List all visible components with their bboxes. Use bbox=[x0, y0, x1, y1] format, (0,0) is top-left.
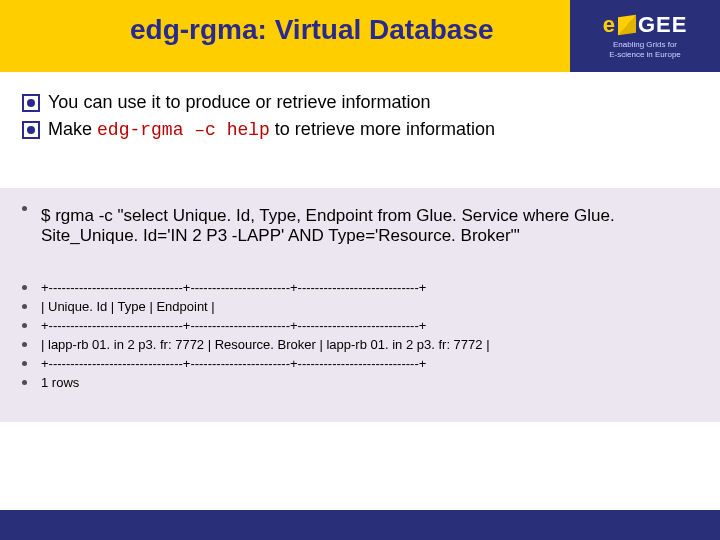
dot-bullet-icon bbox=[22, 361, 27, 366]
command-row: $ rgma -c "select Unique. Id, Type, Endp… bbox=[22, 206, 698, 246]
logo-cube-icon bbox=[618, 15, 636, 36]
table-headers: | Unique. Id | Type | Endpoint | bbox=[22, 299, 698, 314]
table-output: +-------------------------------+-------… bbox=[22, 280, 698, 390]
bullet-1: You can use it to produce or retrieve in… bbox=[22, 92, 698, 113]
table-row-1-text: | lapp-rb 01. in 2 p3. fr: 7772 | Resour… bbox=[41, 337, 490, 352]
dot-bullet-icon bbox=[22, 285, 27, 290]
logo-sub-line1: Enabling Grids for bbox=[613, 40, 677, 49]
logo-text: e GEE bbox=[603, 12, 688, 38]
dot-bullet-icon bbox=[22, 323, 27, 328]
grey-block: $ rgma -c "select Unique. Id, Type, Endp… bbox=[0, 188, 720, 422]
body-upper: You can use it to produce or retrieve in… bbox=[0, 72, 720, 150]
logo-subtitle: Enabling Grids for E-science in Europe bbox=[609, 40, 681, 59]
bullet-1-text: You can use it to produce or retrieve in… bbox=[48, 92, 431, 113]
table-sep-mid: +-------------------------------+-------… bbox=[22, 318, 698, 333]
table-sep-top: +-------------------------------+-------… bbox=[22, 280, 698, 295]
bullet-2-tail: to retrieve more information bbox=[270, 119, 495, 139]
table-headers-text: | Unique. Id | Type | Endpoint | bbox=[41, 299, 215, 314]
logo-letters: GEE bbox=[638, 12, 687, 38]
bullet-2-text: Make edg-rgma –c help to retrieve more i… bbox=[48, 119, 495, 140]
bullet-2: Make edg-rgma –c help to retrieve more i… bbox=[22, 119, 698, 140]
slide-title: edg-rgma: Virtual Database bbox=[0, 0, 494, 46]
dot-bullet-icon bbox=[22, 380, 27, 385]
bullet-2-code: edg-rgma –c help bbox=[97, 120, 270, 140]
slide: edg-rgma: Virtual Database e GEE Enablin… bbox=[0, 0, 720, 540]
bullet-2-lead: Make bbox=[48, 119, 97, 139]
table-sep-top-text: +-------------------------------+-------… bbox=[41, 280, 426, 295]
table-rowcount-text: 1 rows bbox=[41, 375, 79, 390]
table-row-1: | lapp-rb 01. in 2 p3. fr: 7772 | Resour… bbox=[22, 337, 698, 352]
logo-e-icon: e bbox=[603, 12, 616, 38]
command-text: $ rgma -c "select Unique. Id, Type, Endp… bbox=[41, 206, 698, 246]
square-bullet-icon bbox=[22, 94, 40, 112]
logo-sub-line2: E-science in Europe bbox=[609, 50, 681, 59]
dot-bullet-icon bbox=[22, 304, 27, 309]
table-sep-mid-text: +-------------------------------+-------… bbox=[41, 318, 426, 333]
logo: e GEE Enabling Grids for E-science in Eu… bbox=[570, 0, 720, 72]
dot-bullet-icon bbox=[22, 342, 27, 347]
table-rowcount: 1 rows bbox=[22, 375, 698, 390]
footer-band bbox=[0, 510, 720, 540]
dot-bullet-icon bbox=[22, 206, 27, 211]
table-sep-bot-text: +-------------------------------+-------… bbox=[41, 356, 426, 371]
table-sep-bot: +-------------------------------+-------… bbox=[22, 356, 698, 371]
square-bullet-icon bbox=[22, 121, 40, 139]
